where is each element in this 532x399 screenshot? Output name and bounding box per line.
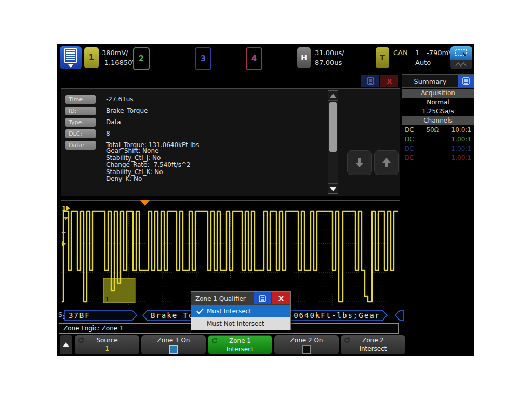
zone1-qualifier-popup: Zone 1 Qualifier X Must Intersect Must N… [191,291,291,330]
data-line: Change_Rate: -7.540ft/s^2 [106,162,191,169]
hamburger-icon [64,48,77,63]
close-icon: X [387,77,392,85]
summary-menu-button[interactable] [458,75,474,87]
arrow-down-icon [354,157,365,168]
channel-2-button[interactable]: 2 [133,47,150,70]
acquisition-mode: Normal [402,98,474,107]
field-value: Brake_Torque [106,107,148,115]
zone-1-number: 1 [105,295,109,303]
softkey-bar: Source 1 Zone 1 On Zone 1 Intersect Zone… [57,335,474,355]
zone-select-tool-button[interactable] [450,46,472,69]
channel-1-offset: -1.16850V [102,58,137,68]
trigger-level: -790mV [427,48,453,58]
rotate-knob-icon [343,337,351,345]
softkey-zone2-on[interactable]: Zone 2 On [274,335,339,354]
close-icon: X [278,295,284,302]
decode-frame-next[interactable] [395,310,404,321]
popup-options: Must Intersect Must Not Intersect [191,305,290,330]
arrow-up-icon [381,157,392,168]
sample-rate: 1.25GSa/s [402,107,474,115]
delay: 87.00us [315,58,344,68]
channel-2-summary-row: DC 1.00:1 [402,135,474,144]
chevron-down-icon [68,64,73,68]
can-lister-panel: Time:-27.61us ID:Brake_Torque Type:Data … [61,88,400,196]
rotate-knob-icon [211,337,218,346]
scroll-down-button[interactable] [328,184,338,193]
trigger-type: CAN [393,48,408,58]
softkey-source[interactable]: Source 1 [75,335,139,354]
softkey-zone2-qualifier[interactable]: Zone 2 Intersect [341,335,405,354]
arrow-up-icon [63,342,69,347]
trigger-readout: CAN 1 -790mV Auto [393,48,453,68]
main-menu-button[interactable] [60,46,82,69]
zone-rectangle-icon [450,46,472,60]
checkmark-icon [196,308,204,314]
channels-section-header: Channels [402,116,474,125]
next-frame-button[interactable] [374,150,399,175]
field-label: ID: [65,107,96,115]
trigger-button[interactable]: T [376,47,389,68]
menu-back-button[interactable] [60,335,72,354]
acquisition-section-header: Acquisition [402,89,474,98]
option-must-intersect[interactable]: Must Intersect [191,305,290,317]
decode-id-text: 37BF [69,311,90,320]
summary-header: Summary [402,74,474,88]
zone2-on-checkbox[interactable] [302,345,311,354]
popup-header: Zone 1 Qualifier X [191,292,290,305]
field-label: Time: [65,95,96,104]
zone1-on-checkbox[interactable] [169,345,178,354]
channel-1-ground-marker[interactable]: 1 [62,205,70,212]
decode-data-text-right: 0640kFt-lbs;Gear [294,311,380,320]
trigger-sweep: Auto [415,58,453,68]
top-toolbar: 1 380mV/ -1.16850V 2 3 4 H 31.00us/ 87.0… [57,44,474,71]
arrow-down-icon [329,187,337,191]
lister-scrollbar[interactable] [328,90,338,194]
channel-4-button[interactable]: 4 [246,47,262,70]
scrollbar-thumb[interactable] [329,102,337,152]
channel-4-summary-row: DC 1.00:1 [402,153,474,163]
can-data-lines: Gear_Shift: None Stability_Ctl_J: No Cha… [106,148,191,183]
field-value: Data [106,118,121,127]
chevron-down-icon [63,217,69,220]
trigger-time-marker[interactable] [140,200,150,206]
hamburger-icon [367,77,374,85]
field-value: 8 [106,129,110,138]
arrow-up-icon [330,94,336,98]
popup-menu-button[interactable] [254,292,271,304]
channel-1-readout: 380mV/ -1.16850V [102,48,137,68]
arrow-right-icon [66,206,70,211]
horizontal-readout: 31.00us/ 87.00us [315,48,344,68]
hamburger-icon [462,77,470,85]
data-line: Gear_Shift: None [106,148,191,155]
channel-1-button[interactable]: 1 [84,47,99,68]
channel-1-summary-row: DC 50Ω 10.0:1 [402,125,474,135]
hamburger-icon [259,295,266,302]
previous-frame-button[interactable] [347,150,372,175]
trigger-level-marker[interactable]: T [62,231,65,238]
summary-sidebar: Summary Acquisition Normal 1.25GSa/s Cha… [402,74,474,163]
field-label: Type: [65,118,96,127]
field-label: Data: [65,141,96,150]
trigger-source: 1 [415,48,419,58]
data-line: Deny_K: No [106,176,191,183]
option-must-not-intersect[interactable]: Must Not Intersect [191,317,290,330]
scroll-up-button[interactable] [328,91,338,100]
softkey-zone1-on[interactable]: Zone 1 On [141,335,206,354]
popup-close-button[interactable]: X [272,292,290,304]
summary-title: Summary [402,77,458,85]
data-line: Stability_Ctl_J: No [106,155,191,162]
field-label: DLC: [65,129,96,138]
trigger-level-arrow [62,241,66,248]
data-line: Stability_Ctl_K: No [106,169,191,176]
lister-menu-button[interactable] [361,75,379,87]
timebase: 31.00us/ [315,48,344,58]
channel-3-summary-row: DC 1.00:1 [402,144,474,153]
channel-3-button[interactable]: 3 [195,47,211,70]
source-value: 1 [75,345,139,352]
oscilloscope-screen: 1 380mV/ -1.16850V 2 3 4 H 31.00us/ 87.0… [57,44,474,356]
field-value: -27.61us [106,95,134,104]
lister-close-button[interactable]: X [380,75,398,87]
scrollbar-track[interactable] [328,100,338,184]
horizontal-button[interactable]: H [297,47,311,68]
softkey-zone1-qualifier[interactable]: Zone 1 Intersect [208,335,272,354]
